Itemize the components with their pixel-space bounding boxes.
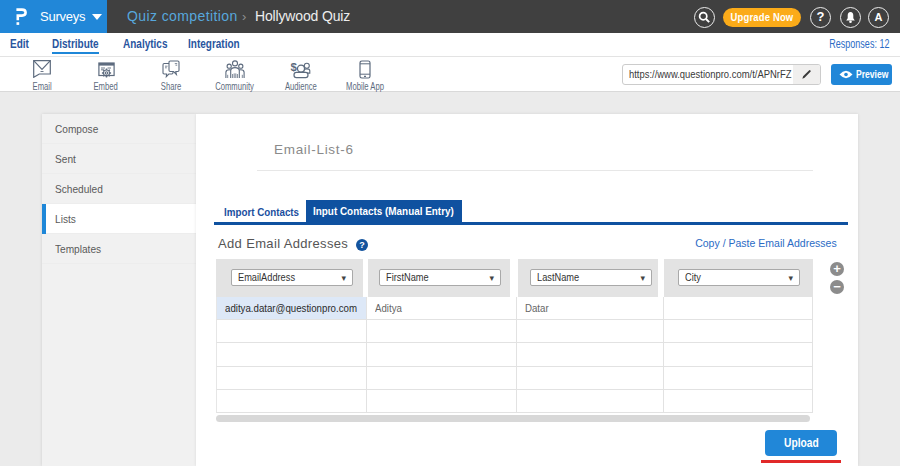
svg-text:$: $ <box>291 61 298 73</box>
